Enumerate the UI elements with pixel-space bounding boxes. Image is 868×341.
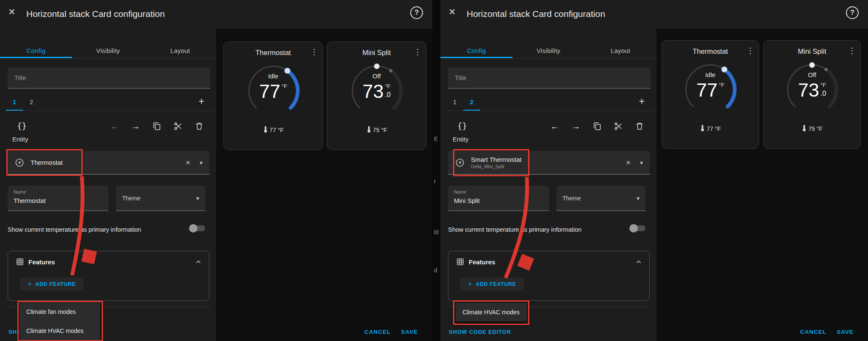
preview-pane: Thermostat ⋮ Idle 77 °F 77 °F Mini Spl (657, 29, 868, 341)
config-pane: Config Visibility Layout Title 1 2 + {} … (0, 29, 216, 341)
current-temperature: 73 °F .0 (764, 80, 860, 101)
theme-dropdown-icon[interactable]: ▾ (196, 195, 199, 202)
close-icon[interactable]: × (8, 6, 15, 19)
name-field[interactable]: Name Thermostat (8, 186, 108, 211)
chevron-up-icon[interactable] (635, 258, 643, 266)
kebab-menu-icon[interactable]: ⋮ (414, 47, 422, 57)
hvac-state: Idle (224, 72, 323, 80)
thermometer-icon (366, 126, 372, 134)
add-card-icon[interactable]: + (639, 96, 645, 107)
back-arrow-icon[interactable]: ← (109, 121, 120, 131)
hvac-state: Off (327, 72, 426, 80)
chevron-up-icon[interactable] (195, 258, 202, 266)
card-tab-1[interactable]: 1 (446, 94, 463, 111)
temperature-decimal: .0 (821, 90, 826, 97)
theme-label: Theme (562, 195, 581, 202)
theme-select[interactable]: Theme ▾ (116, 186, 205, 211)
current-temperature: 77 °F (224, 81, 323, 102)
entity-label: Entity (12, 136, 28, 143)
thermostat-entity-icon (455, 158, 465, 168)
plus-icon: + (28, 280, 32, 288)
thermometer-icon (700, 125, 705, 133)
ambient-temperature-value: 75 °F (373, 127, 387, 133)
menu-item-climate-hvac-modes[interactable]: Climate HVAC modes (19, 322, 100, 341)
theme-select[interactable]: Theme ▾ (556, 186, 645, 211)
delete-icon[interactable] (634, 121, 645, 131)
add-feature-button[interactable]: + ADD FEATURE (20, 277, 83, 291)
card-tab-1[interactable]: 1 (6, 94, 23, 111)
entity-dropdown-icon[interactable]: ▾ (200, 159, 203, 166)
name-field[interactable]: Name Mini Split (448, 186, 549, 211)
forward-arrow-icon[interactable]: → (131, 121, 141, 131)
plus-icon: + (468, 280, 473, 288)
help-icon[interactable]: ? (410, 6, 423, 19)
tab-config[interactable]: Config (0, 44, 72, 58)
add-feature-label: ADD FEATURE (36, 281, 76, 287)
card-tabs: 1 2 (6, 94, 216, 111)
kebab-menu-icon[interactable]: ⋮ (746, 46, 754, 55)
tab-visibility[interactable]: Visibility (72, 44, 144, 58)
tab-visibility[interactable]: Visibility (512, 44, 584, 58)
menu-item-climate-fan-modes[interactable]: Climate fan modes (19, 302, 100, 322)
feature-type-menu: Climate fan modes Climate HVAC modes (19, 302, 100, 341)
card-tabs: 1 2 (446, 94, 657, 111)
menu-item-climate-hvac-modes[interactable]: Climate HVAC modes (456, 303, 527, 322)
primary-info-toggle[interactable] (630, 225, 645, 231)
background-page-strip: E r ld d (432, 0, 440, 341)
primary-info-toggle-label: Show current temperature as primary info… (8, 226, 186, 233)
entity-name: Thermostat (31, 159, 186, 166)
card-title: Mini Split (764, 47, 860, 55)
dialog-tabs: Config Visibility Layout (440, 44, 657, 58)
name-field-value: Mini Split (454, 197, 543, 204)
title-input[interactable]: Title (8, 67, 210, 89)
preview-card-mini-split: Mini Split ⋮ Off 73 °F .0 75 °F (763, 40, 861, 149)
delete-icon[interactable] (194, 121, 204, 131)
add-feature-label: ADD FEATURE (476, 281, 516, 287)
clear-entity-icon[interactable]: × (626, 158, 631, 167)
hvac-state: Off (764, 71, 860, 78)
tab-layout[interactable]: Layout (144, 44, 216, 58)
forward-arrow-icon[interactable]: → (571, 121, 581, 131)
card-title: Thermostat (662, 47, 759, 55)
add-card-icon[interactable]: + (199, 96, 204, 107)
entity-picker[interactable]: Thermostat × ▾ (8, 151, 209, 175)
close-icon[interactable]: × (449, 6, 456, 19)
theme-dropdown-icon[interactable]: ▾ (637, 195, 640, 202)
kebab-menu-icon[interactable]: ⋮ (310, 47, 318, 57)
cancel-button[interactable]: CANCEL (800, 329, 826, 335)
name-field-value: Thermostat (14, 197, 103, 204)
title-input[interactable]: Title (448, 67, 651, 89)
add-feature-button[interactable]: + ADD FEATURE (460, 277, 524, 291)
save-button[interactable]: SAVE (401, 329, 418, 335)
code-braces-icon: {} (17, 121, 27, 130)
features-grid-icon (456, 258, 465, 266)
thermometer-icon (263, 126, 268, 134)
name-field-label: Name (14, 189, 103, 194)
entity-label: Entity (453, 136, 469, 143)
background-text-fragment: d (434, 267, 437, 274)
clear-entity-icon[interactable]: × (186, 158, 190, 167)
back-arrow-icon[interactable]: ← (550, 121, 560, 131)
copy-icon[interactable] (152, 121, 162, 131)
kebab-menu-icon[interactable]: ⋮ (848, 46, 856, 55)
hvac-state: Idle (662, 71, 759, 78)
thermometer-icon (801, 125, 807, 133)
background-text-fragment: E (434, 136, 438, 142)
entity-dropdown-icon[interactable]: ▾ (640, 159, 643, 166)
help-icon[interactable]: ? (846, 6, 859, 19)
tab-layout[interactable]: Layout (584, 44, 657, 58)
card-tab-2[interactable]: 2 (463, 94, 480, 111)
copy-icon[interactable] (592, 121, 602, 131)
primary-info-toggle[interactable] (190, 225, 205, 231)
cancel-button[interactable]: CANCEL (364, 329, 391, 335)
cut-icon[interactable] (173, 121, 183, 131)
entity-picker[interactable]: Smart Thermostat Della_Mini_Split × ▾ (448, 151, 650, 175)
card-tab-2[interactable]: 2 (23, 94, 40, 111)
dialog-tabs: Config Visibility Layout (0, 44, 216, 58)
cut-icon[interactable] (613, 121, 623, 131)
temperature-value: 77 (259, 81, 280, 102)
ambient-temperature: 75 °F (764, 125, 860, 133)
save-button[interactable]: SAVE (837, 329, 854, 335)
ambient-temperature: 77 °F (224, 126, 323, 134)
tab-config[interactable]: Config (440, 44, 512, 58)
